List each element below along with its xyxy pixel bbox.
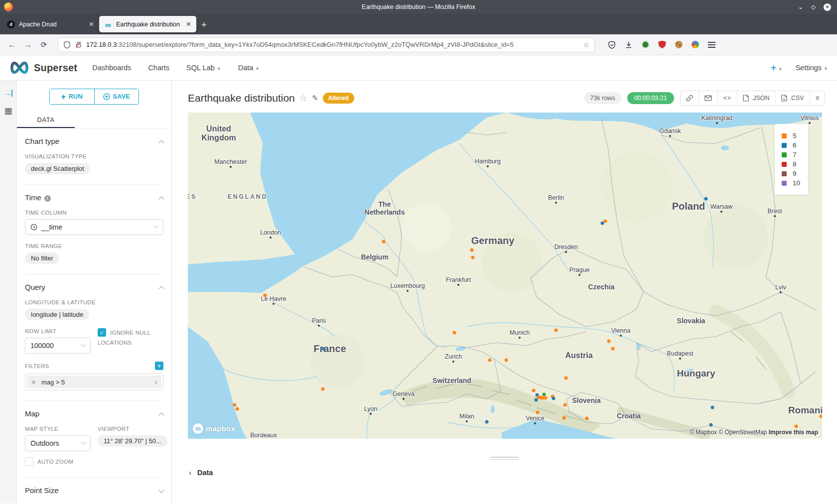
map-country-label: Romania [788,405,822,416]
export-csv-button[interactable]: .CSV [775,91,810,105]
panel-resize-handle[interactable] [491,457,519,460]
embed-code-button[interactable]: <> [717,91,737,105]
filter-chip-label: mag > 5 [41,378,65,386]
time-column-select[interactable]: __time [25,219,163,235]
mapbox-wordmark: mapbox [206,424,235,433]
new-item-button[interactable]: +▼ [771,63,782,73]
viz-type-pill[interactable]: deck.gl Scatterplot [25,163,90,174]
window-title: Earthquake distribution — Mozilla Firefo… [0,3,837,10]
section-header[interactable]: Chart type [25,137,163,145]
code-icon: <> [723,95,731,102]
cookie-extension-icon[interactable] [675,41,683,48]
map-city-dot [578,274,580,276]
tab-data[interactable]: DATA [17,112,75,128]
auto-zoom-checkbox[interactable] [25,457,33,466]
section-header[interactable]: Point Size [25,486,163,495]
scatter-point [488,359,492,362]
tab-earthquake-distribution[interactable]: ∞ Earthquake distribution ✕ [99,16,196,32]
file-icon [743,95,749,102]
back-button[interactable]: ← [5,40,19,49]
tab-title: Earthquake distribution [116,21,180,28]
edit-title-icon[interactable]: ✎ [312,94,318,103]
viewport-label: VIEWPORT [98,426,163,432]
attribution-osm-link[interactable]: © OpenStreetMap [718,429,767,436]
section-header[interactable]: Query [25,283,163,291]
map-city-dot [487,165,489,167]
menu-hamburger-icon[interactable] [708,40,715,49]
window-minimize-icon[interactable]: ⌄ [798,4,803,10]
scatter-point [795,425,798,428]
altered-badge[interactable]: Altered [323,93,354,104]
nav-sql-lab[interactable]: SQL Lab▼ [186,64,221,72]
map-city-label: Munich [510,329,530,336]
run-button[interactable]: RUN [50,89,94,104]
panel-tabs: DATA [17,112,171,128]
download-icon[interactable] [625,41,633,49]
nav-dashboards[interactable]: Dashboards [92,64,131,72]
nav-charts[interactable]: Charts [148,64,169,72]
window-close-icon[interactable]: ✕ [824,3,831,11]
tab-close-icon[interactable]: ✕ [186,20,191,28]
map-city-dot [273,303,275,305]
url-text[interactable]: 172.18.0.3:32108/superset/explore/?form_… [86,41,579,48]
nav-data[interactable]: Data▼ [238,64,260,72]
attribution-improve-link[interactable]: Improve this map [769,429,818,436]
insecure-lock-icon[interactable] [75,41,82,48]
forward-button[interactable]: → [21,40,35,49]
deckgl-map[interactable]: United KingdomENGLANDESThe NetherlandsBe… [188,113,822,439]
url-field[interactable]: 172.18.0.3:32108/superset/explore/?form_… [58,37,595,52]
data-panel-toggle[interactable]: › Data [172,461,837,477]
chevron-up-icon [158,196,164,202]
email-button[interactable] [698,91,717,105]
filter-expand-icon[interactable]: › [155,378,157,386]
druid-favicon: d [7,20,15,28]
time-range-pill[interactable]: No filter [25,252,59,264]
ublock-badge: 2 [666,38,670,42]
bookmark-star-icon[interactable]: ☆ [583,41,589,49]
map-city-label: Prague [569,266,589,273]
settings-menu[interactable]: Settings▼ [796,64,828,72]
chevron-right-icon: › [189,468,191,477]
section-header[interactable]: Map [25,409,163,418]
scatter-point [264,294,267,297]
extension-pinwheel-icon[interactable] [692,41,699,48]
tab-close-icon[interactable]: ✕ [89,20,94,28]
map-city-label: Berlin [548,194,564,201]
add-filter-button[interactable]: + [155,362,163,370]
lonlat-pill[interactable]: longitude | latitude [25,309,89,320]
scatter-point [604,220,607,223]
scatter-point [601,222,604,225]
favorite-star-icon[interactable]: ☆ [299,93,307,104]
more-options-button[interactable]: ≡ [810,91,825,105]
export-json-button[interactable]: .JSON [737,91,775,105]
row-limit-label: ROW LIMIT [25,328,91,334]
reload-button[interactable]: ⟳ [37,40,51,49]
filter-chip[interactable]: ✕ mag > 5 › [27,376,161,388]
ublock-extension-icon[interactable]: 2 [658,41,666,49]
map-style-select[interactable]: Outdoors [25,435,91,451]
section-header[interactable]: Timei [25,193,163,202]
map-country-label: Croatia [617,412,641,420]
share-link-button[interactable] [681,91,698,105]
remove-filter-icon[interactable]: ✕ [31,378,36,386]
map-city-label: Le Havre [261,295,286,302]
window-maximize-icon[interactable]: ◇ [811,4,816,10]
time-column-label: TIME COLUMN [25,210,163,216]
save-button[interactable]: SAVE [94,89,139,104]
legend-swatch [782,133,787,138]
ignore-null-checkbox[interactable]: ✓ [98,328,106,337]
new-tab-button[interactable]: + [201,20,207,30]
map-country-label: Germany [471,235,515,247]
tab-apache-druid[interactable]: d Apache Druid ✕ [2,16,99,32]
permissions-shield-icon[interactable] [63,41,71,49]
map-city-label: Paris [312,317,326,324]
expand-panel-icon[interactable]: → [4,90,12,97]
viewport-pill[interactable]: 11° 28' 29.70" | 50... [98,435,167,447]
mapbox-logo[interactable]: m mapbox [193,423,235,434]
privacy-extension-icon[interactable] [642,41,649,48]
row-limit-select[interactable]: 100000 [25,338,91,354]
dataset-grid-icon[interactable]: ▦ [4,107,12,115]
attribution-mapbox-link[interactable]: © Mapbox [690,429,717,436]
superset-brand[interactable]: Superset [9,61,77,75]
protections-shield-icon[interactable] [608,41,616,49]
